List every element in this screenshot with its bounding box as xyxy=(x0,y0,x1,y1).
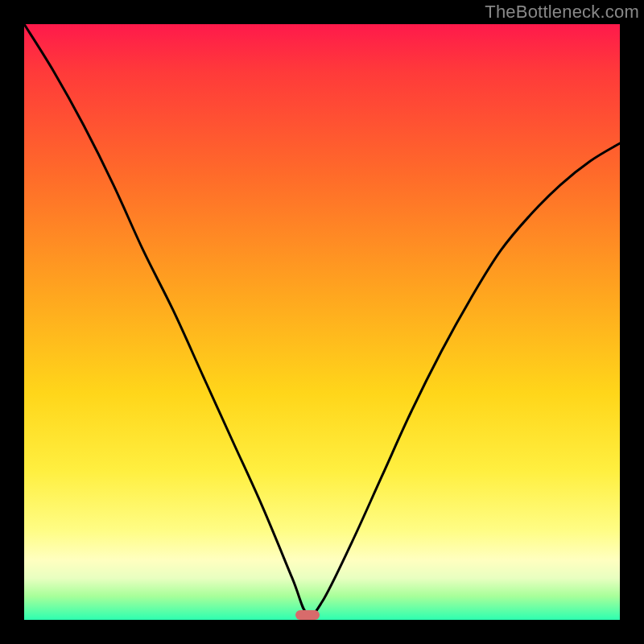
minimum-marker xyxy=(295,610,320,620)
curve-path xyxy=(24,24,620,616)
chart-plot-area xyxy=(24,24,620,620)
watermark-text: TheBottleneck.com xyxy=(485,2,639,23)
page-root: TheBottleneck.com xyxy=(0,0,644,644)
bottleneck-curve xyxy=(24,24,620,620)
